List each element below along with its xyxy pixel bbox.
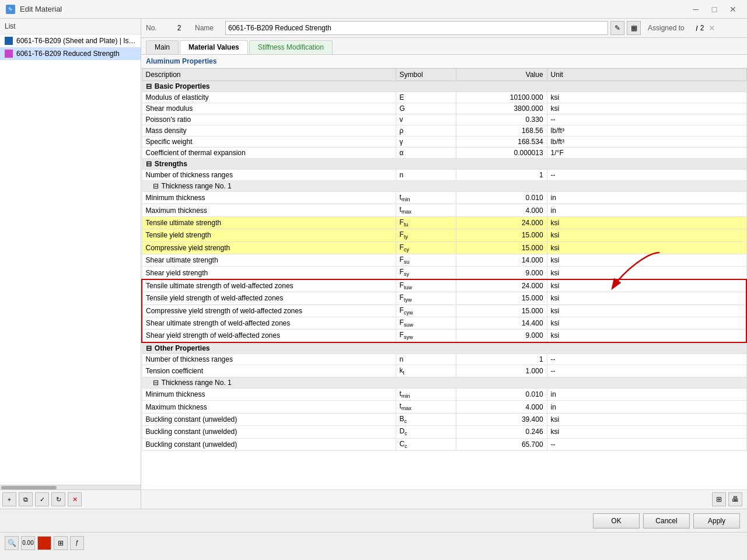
bottom-toolbar: 🔍 0.00 ⊞ ƒ: [0, 532, 747, 553]
table-row-fsu: Shear ultimate strength Fsu 14.000 ksi: [142, 254, 746, 266]
subsection-toggle-thickness1[interactable]: ⊟: [153, 182, 160, 190]
table-container: Description Symbol Value Unit ⊟ Basic Pr…: [141, 68, 747, 489]
apply-button[interactable]: Apply: [693, 513, 740, 528]
table-row: Shear modulus G 3800.000 ksi: [142, 103, 746, 114]
table-bottom-toolbar: ⊞ 🖶: [141, 489, 747, 509]
name-input[interactable]: [225, 21, 608, 35]
sidebar-color-2: [5, 50, 13, 58]
table-row: Minimum thickness tmin 0.010 in: [142, 192, 746, 204]
number-toolbar-btn[interactable]: 0.00: [21, 536, 35, 550]
title-bar: ✎ Edit Material ─ □ ✕: [0, 0, 747, 19]
sidebar-hscroll[interactable]: [0, 485, 141, 489]
table-row: Buckling constant (unwelded) Cc 65.700 -…: [142, 438, 746, 450]
table-row-fty[interactable]: Tensile yield strength Fty 15.000 ksi: [142, 229, 746, 242]
section-toggle-basic[interactable]: ⊟: [146, 82, 153, 90]
sidebar-copy-btn[interactable]: ⧉: [19, 492, 33, 506]
table-row-ftyw: Tensile yield strength of weld-affected …: [142, 292, 746, 304]
sidebar-check-btn[interactable]: ✓: [35, 492, 49, 506]
no-label: No.: [146, 24, 163, 32]
table-row-fsuw: Shear ultimate strength of weld-affected…: [142, 317, 746, 329]
edit-icon-btn[interactable]: ✎: [610, 21, 624, 35]
hscroll-thumb: [1, 486, 57, 489]
window-title: Edit Material: [20, 5, 683, 13]
assigned-to-icon: I: [696, 24, 698, 33]
minimize-button[interactable]: ─: [687, 4, 704, 15]
sidebar-color-1: [5, 37, 13, 45]
table-row: Maximum thickness tmax 4.000 in: [142, 204, 746, 216]
properties-title: Aluminum Properties: [141, 55, 747, 68]
col-header-description: Description: [142, 69, 396, 81]
col-header-symbol: Symbol: [396, 69, 456, 81]
subsection-toggle-thickness-other[interactable]: ⊟: [153, 379, 160, 387]
content-area: No. 2 Name ✎ ▦ Assigned to I 2 ✕ Main Ma…: [141, 19, 747, 509]
sidebar-add-btn[interactable]: +: [2, 492, 16, 506]
table-row: Tension coefficient kt 1.000 --: [142, 365, 746, 377]
sidebar-scroll[interactable]: 6061-T6-B209 (Sheet and Plate) | Isotr 6…: [0, 34, 141, 485]
function-toolbar-btn[interactable]: ƒ: [70, 536, 84, 550]
tab-material-values[interactable]: Material Values: [180, 40, 248, 54]
name-input-container: ✎ ▦: [225, 21, 641, 35]
table-row-ftuw: Tensile ultimate strength of weld-affect…: [142, 279, 746, 292]
col-header-unit: Unit: [547, 69, 746, 81]
table-row: Specific weight γ 168.534 lb/ft³: [142, 136, 746, 148]
table-row: Buckling constant (unwelded) Dc 0.246 ks…: [142, 426, 746, 438]
table-row-ftu[interactable]: Tensile ultimate strength Ftu 24.000 ksi: [142, 216, 746, 229]
sidebar: List 6061-T6-B209 (Sheet and Plate) | Is…: [0, 19, 141, 509]
section-strengths: ⊟ Strengths: [142, 159, 746, 170]
table-row: Buckling constant (unwelded) Bc 39.400 k…: [142, 413, 746, 425]
table-export-btn[interactable]: ⊞: [712, 492, 726, 506]
table-row-fsyw: Shear yield strength of weld-affected zo…: [142, 330, 746, 342]
tab-main[interactable]: Main: [146, 40, 179, 54]
content-header: No. 2 Name ✎ ▦ Assigned to I 2 ✕: [141, 19, 747, 38]
section-toggle-other[interactable]: ⊟: [146, 344, 153, 352]
sidebar-item-1[interactable]: 6061-T6-B209 (Sheet and Plate) | Isotr: [0, 34, 141, 47]
app-icon: ✎: [6, 5, 15, 14]
cancel-button[interactable]: Cancel: [643, 513, 690, 528]
sidebar-item-2[interactable]: 6061-T6-B209 Reduced Strength: [0, 47, 141, 60]
section-basic-properties: ⊟ Basic Properties: [142, 81, 746, 92]
sidebar-refresh-btn[interactable]: ↻: [51, 492, 65, 506]
search-toolbar-btn[interactable]: 🔍: [5, 536, 19, 550]
tab-stiffness-modification[interactable]: Stiffness Modification: [249, 40, 333, 54]
subsection-thickness-other: ⊟ Thickness range No. 1: [142, 377, 746, 388]
ok-button[interactable]: OK: [593, 513, 640, 528]
name-label: Name: [195, 24, 218, 32]
tabs: Main Material Values Stiffness Modificat…: [141, 38, 747, 55]
table-print-btn[interactable]: 🖶: [728, 492, 742, 506]
table-scroll[interactable]: Description Symbol Value Unit ⊟ Basic Pr…: [141, 68, 747, 489]
assigned-to-value: I 2 ✕: [696, 22, 742, 34]
window-controls: ─ □ ✕: [687, 4, 741, 15]
table-row: Coefficient of thermal expansion α 0.000…: [142, 148, 746, 159]
table-row: Mass density ρ 168.56 lb/ft³: [142, 125, 746, 136]
properties-table: Description Symbol Value Unit ⊟ Basic Pr…: [141, 68, 747, 451]
section-toggle-strengths[interactable]: ⊟: [146, 160, 153, 168]
sidebar-label-1: 6061-T6-B209 (Sheet and Plate) | Isotr: [16, 37, 136, 45]
assigned-clear-btn[interactable]: ✕: [706, 22, 718, 34]
sidebar-bottom: + ⧉ ✓ ↻ ✕: [0, 489, 141, 509]
sidebar-delete-btn[interactable]: ✕: [68, 492, 82, 506]
bottom-bar: OK Cancel Apply: [0, 509, 747, 532]
section-other-properties: ⊟ Other Properties: [142, 342, 746, 354]
assigned-to-label: Assigned to: [648, 24, 689, 32]
table-row: Maximum thickness tmax 4.000 in: [142, 401, 746, 413]
color-toolbar-btn[interactable]: [37, 536, 51, 550]
maximize-button[interactable]: □: [706, 4, 722, 15]
sidebar-header: List: [0, 19, 141, 34]
browse-icon-btn[interactable]: ▦: [627, 21, 641, 35]
no-value: 2: [170, 24, 188, 32]
table-row-fsy: Shear yield strength Fsy 9.000 ksi: [142, 267, 746, 279]
col-header-value: Value: [456, 69, 547, 81]
sidebar-label-2: 6061-T6-B209 Reduced Strength: [16, 50, 120, 58]
grid-toolbar-btn[interactable]: ⊞: [54, 536, 68, 550]
assigned-to-number: 2: [700, 24, 704, 32]
table-row: Minimum thickness tmin 0.010 in: [142, 388, 746, 401]
table-row: Number of thickness ranges n 1 --: [142, 170, 746, 181]
table-row-fcyw: Compressive yield strength of weld-affec…: [142, 304, 746, 317]
table-row: Modulus of elasticity E 10100.000 ksi: [142, 92, 746, 103]
close-button[interactable]: ✕: [725, 4, 741, 15]
table-row: Poisson's ratio v 0.330 --: [142, 114, 746, 125]
table-row-fcy[interactable]: Compressive yield strength Fcy 15.000 ks…: [142, 242, 746, 254]
main-container: List 6061-T6-B209 (Sheet and Plate) | Is…: [0, 19, 747, 509]
subsection-thickness-1: ⊟ Thickness range No. 1: [142, 181, 746, 192]
properties-area: Aluminum Properties Description: [141, 55, 747, 509]
